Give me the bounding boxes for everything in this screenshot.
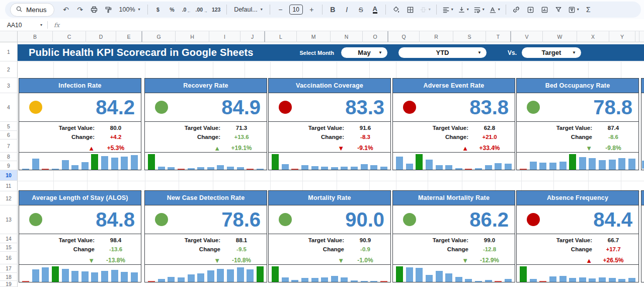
row-header-12[interactable]: 12 (0, 191, 18, 205)
insert-comment-icon[interactable] (524, 3, 537, 16)
column-header-partial[interactable] (635, 31, 639, 42)
compare-select[interactable]: Target ▼ (522, 47, 581, 58)
row-header-1[interactable]: 1 (0, 42, 18, 61)
font-select[interactable]: Defaul...▾ (231, 3, 266, 16)
column-header-R[interactable]: R (420, 31, 453, 42)
column-header-Q[interactable]: Q (388, 31, 420, 42)
text-rotation-icon[interactable]: ▾ (488, 3, 502, 16)
row-header-8[interactable]: 8 (0, 153, 18, 161)
change-value: +13.6 (220, 134, 267, 140)
bold-icon[interactable]: B (327, 3, 339, 16)
filter-views-icon[interactable]: ▾ (567, 3, 581, 16)
target-value: 91.6 (344, 125, 390, 131)
zoom-select[interactable]: 100%▾ (116, 3, 143, 16)
period-select[interactable]: YTD ▼ (398, 47, 487, 58)
spark-bar (436, 271, 443, 282)
sheet-grid[interactable]: Public Health KPI Scorecard in Google Sh… (18, 42, 644, 287)
column-header-M[interactable]: M (297, 31, 331, 42)
spark-bar (539, 281, 546, 282)
column-header-S[interactable]: S (453, 31, 486, 42)
row-header-6[interactable]: 6 (0, 131, 18, 139)
column-header-J[interactable]: J (240, 31, 265, 42)
formula-input[interactable] (59, 19, 644, 31)
row-header-19[interactable]: 19 (0, 281, 18, 287)
spark-bar (301, 278, 308, 282)
row-headers: 12345678910111213141516171819 (0, 42, 18, 287)
insert-chart-icon[interactable] (538, 3, 551, 16)
percent-icon[interactable]: % (166, 3, 179, 16)
create-filter-icon[interactable] (552, 3, 565, 16)
decrease-decimal-icon[interactable]: .0← (180, 3, 193, 16)
paint-format-icon[interactable] (102, 3, 115, 16)
month-select[interactable]: May ▼ (341, 47, 387, 58)
fill-color-icon[interactable] (390, 3, 403, 16)
column-header-C[interactable]: C (53, 31, 86, 42)
spark-bar (530, 279, 537, 282)
kpi-card-header: Recovery Rate (145, 79, 267, 93)
row-header-9[interactable]: 9 (0, 161, 18, 170)
column-header-E[interactable]: E (116, 31, 142, 42)
insert-link-icon[interactable] (510, 3, 523, 16)
redo-icon[interactable]: ↷ (74, 3, 87, 16)
kpi-details: Target Value: 80.0 Change: +4.2 ▲ +5.3% (19, 121, 141, 152)
column-header-V[interactable]: V (511, 31, 543, 42)
currency-icon[interactable]: $ (152, 3, 165, 16)
column-header-X[interactable]: X (577, 31, 609, 42)
row-header-3[interactable]: 3 (0, 78, 18, 93)
row-header-7[interactable]: 7 (0, 139, 18, 153)
cell-name-box[interactable]: AA10 ▾ (0, 22, 46, 29)
column-header-W[interactable]: W (543, 31, 577, 42)
name-box-caret-icon[interactable]: ▾ (40, 23, 42, 27)
decrease-font-size-icon[interactable]: − (274, 3, 287, 16)
column-header-D[interactable]: D (86, 31, 116, 42)
functions-icon[interactable]: Σ (582, 3, 595, 16)
gridline (428, 61, 428, 78)
select-all-corner[interactable] (0, 31, 18, 42)
spark-bar (42, 267, 49, 282)
toolbar: Menus↶↷100%▾$%.0←.00→123Defaul...▾−10+BI… (5, 2, 641, 18)
row-header-14[interactable]: 14 (0, 234, 18, 243)
target-row: Target Value: 98.4 (19, 236, 141, 245)
horizontal-align-icon[interactable]: ▾ (441, 3, 455, 16)
kpi-card-title: Average Length of Stay (ALOS) (32, 194, 128, 201)
row-header-13[interactable]: 13 (0, 205, 18, 234)
vertical-align-icon[interactable]: ▾ (456, 3, 470, 16)
target-row: Target Value: 66.7 (517, 236, 638, 245)
row-header-10[interactable]: 10 (0, 170, 18, 181)
row-header-18[interactable]: 18 (0, 273, 18, 281)
row-header-4[interactable]: 4 (0, 93, 18, 122)
column-header-T[interactable]: T (486, 31, 511, 42)
row-header-5[interactable]: 5 (0, 122, 18, 131)
undo-icon[interactable]: ↶ (60, 3, 72, 16)
row-header-17[interactable]: 17 (0, 264, 18, 273)
menus-button[interactable]: Menus (10, 3, 54, 17)
text-color-icon[interactable]: A (369, 3, 381, 16)
column-header-I[interactable]: I (209, 31, 240, 42)
text-wrap-icon[interactable]: ▾ (472, 3, 486, 16)
column-header-Y[interactable]: Y (609, 31, 635, 42)
target-label: Target Value: (145, 237, 220, 243)
row-header-11[interactable]: 11 (0, 181, 18, 191)
borders-icon[interactable] (404, 3, 417, 16)
merge-cells-icon[interactable]: ▾ (418, 3, 432, 16)
column-header-B[interactable]: B (18, 31, 53, 42)
increase-decimal-icon[interactable]: .00→ (194, 3, 209, 16)
row-header-2[interactable]: 2 (0, 61, 18, 78)
target-row: Target Value: 87.4 (517, 123, 638, 132)
column-header-N[interactable]: N (331, 31, 363, 42)
custom-number-format-icon[interactable]: 123 (210, 3, 222, 16)
row-header-15[interactable]: 15 (0, 243, 18, 252)
print-icon[interactable] (88, 3, 101, 16)
row-header-16[interactable]: 16 (0, 252, 18, 264)
column-header-G[interactable]: G (142, 31, 176, 42)
column-header-L[interactable]: L (265, 31, 297, 42)
strikethrough-icon[interactable]: S (355, 3, 367, 16)
italic-icon[interactable]: I (341, 3, 353, 16)
spark-bar (101, 271, 108, 282)
kpi-card-header: Bed Occupancy Rate (517, 79, 638, 93)
chevron-down-icon: ▾ (577, 8, 579, 12)
column-header-H[interactable]: H (176, 31, 209, 42)
column-header-O[interactable]: O (363, 31, 388, 42)
increase-font-size-icon[interactable]: + (305, 3, 318, 16)
font-size-input[interactable]: 10 (289, 5, 303, 15)
